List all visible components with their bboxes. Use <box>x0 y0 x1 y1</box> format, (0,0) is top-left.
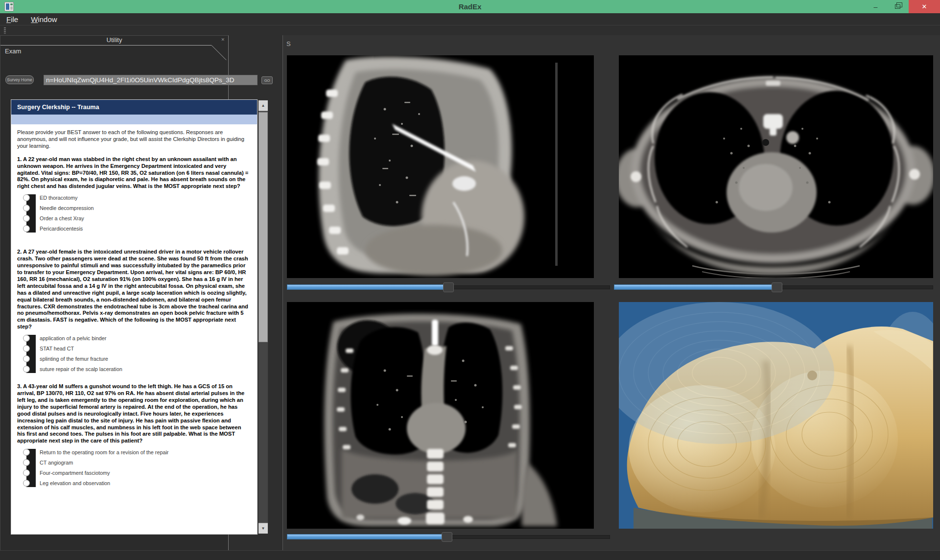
menu-file[interactable]: File <box>6 15 18 23</box>
survey-subheader-bar <box>11 115 257 124</box>
image-viewer-panel: S <box>282 35 940 550</box>
toolbar <box>0 26 940 35</box>
option-row[interactable]: STAT head CT <box>17 344 249 354</box>
axial-ct-image <box>619 55 933 278</box>
slider-fill <box>614 284 777 290</box>
utility-close-icon[interactable]: ✕ <box>221 38 225 42</box>
question-3-options: Return to the operating room for a revis… <box>17 447 249 489</box>
scroll-up-button[interactable]: ▲ <box>258 100 268 111</box>
option-row[interactable]: ED thoracotomy <box>17 193 249 203</box>
radio-button[interactable] <box>23 215 30 222</box>
radio-button[interactable] <box>23 225 30 232</box>
option-row[interactable]: application of a pelvic binder <box>17 333 249 344</box>
viewport-coronal-ct[interactable] <box>287 302 594 529</box>
close-button[interactable]: ✕ <box>909 0 940 13</box>
option-row[interactable]: Four-compartment fasciotomy <box>17 468 249 478</box>
option-row[interactable]: Pericardiocentesis <box>17 224 249 234</box>
radio-button[interactable] <box>23 469 30 476</box>
go-button[interactable]: GO <box>261 76 273 84</box>
option-row[interactable]: Order a chest Xray <box>17 213 249 224</box>
utility-panel: Utility ✕ Exam Survey Home GO Surgery Cl… <box>0 35 229 550</box>
question-2-options: application of a pelvic binder STAT head… <box>17 333 249 374</box>
slice-slider-axial[interactable] <box>614 282 933 292</box>
viewport-sagittal-ct[interactable] <box>287 55 594 278</box>
option-row[interactable]: Needle decompression <box>17 203 249 213</box>
volume-rendering-image <box>619 302 933 529</box>
minimize-button[interactable]: – <box>865 0 887 13</box>
survey-title: Surgery Clerkship -- Trauma <box>11 100 257 115</box>
titlebar: RadEx – ✕ <box>0 0 940 13</box>
radio-button[interactable] <box>23 194 30 201</box>
viewport-axial-ct[interactable] <box>619 55 933 278</box>
toolbar-grip-handle[interactable] <box>4 27 6 34</box>
minimize-icon: – <box>874 3 878 11</box>
slider-handle[interactable] <box>443 282 454 292</box>
option-row[interactable]: Return to the operating room for a revis… <box>17 447 249 458</box>
survey-home-button[interactable]: Survey Home <box>5 75 34 84</box>
tab-exam[interactable]: Exam <box>5 47 21 55</box>
question-2: 2. A 27 year-old female is the intoxicat… <box>17 249 249 330</box>
radio-button[interactable] <box>23 459 30 466</box>
slider-fill <box>287 534 447 539</box>
scrollbar-thumb[interactable] <box>258 112 268 342</box>
option-row[interactable]: splinting of the femur fracture <box>17 354 249 364</box>
coronal-ct-image <box>287 302 594 529</box>
question-1: 1. A 22 year-old man was stabbed in the … <box>17 156 249 190</box>
window-title: RadEx <box>0 0 940 13</box>
radio-button[interactable] <box>23 366 30 373</box>
radio-button[interactable] <box>23 345 30 352</box>
radio-button[interactable] <box>23 335 30 342</box>
survey-frame[interactable]: Surgery Clerkship -- Trauma Please provi… <box>11 100 257 534</box>
question-1-options: ED thoracotomy Needle decompression Orde… <box>17 193 249 234</box>
survey-url-input[interactable] <box>44 75 258 85</box>
app-window: RadEx – ✕ File Window Utility ✕ Exam Sur… <box>0 0 940 560</box>
survey-body: Please provide your BEST answer to each … <box>11 124 257 489</box>
slider-handle[interactable] <box>772 282 782 292</box>
scroll-down-button[interactable]: ▼ <box>258 523 268 534</box>
question-3: 3. A 43-year old M suffers a gunshot wou… <box>17 383 249 444</box>
statusbar <box>0 550 940 560</box>
viewport-3d-volume[interactable] <box>619 302 933 529</box>
radio-button[interactable] <box>23 449 30 456</box>
slice-slider-sagittal[interactable] <box>287 282 610 292</box>
option-row[interactable]: suture repair of the scalp laceration <box>17 364 249 374</box>
slider-handle[interactable] <box>442 532 452 542</box>
series-label: S <box>286 40 291 47</box>
restore-button[interactable] <box>887 0 909 13</box>
restore-icon <box>895 4 900 9</box>
utility-panel-title: Utility <box>0 36 228 45</box>
radio-button[interactable] <box>23 355 30 362</box>
arrow-up-icon: ▲ <box>261 103 265 108</box>
radio-button[interactable] <box>23 205 30 211</box>
slider-fill <box>287 284 448 290</box>
radio-button[interactable] <box>23 480 30 487</box>
close-icon: ✕ <box>922 3 927 10</box>
menubar: File Window <box>0 13 940 25</box>
sagittal-ct-image <box>287 55 594 278</box>
survey-intro: Please provide your BEST answer to each … <box>17 129 249 150</box>
menu-window[interactable]: Window <box>31 15 57 23</box>
slice-slider-coronal[interactable] <box>287 532 610 542</box>
survey-scrollbar[interactable]: ▲ ▼ <box>258 100 268 534</box>
option-row[interactable]: Leg elevation and observation <box>17 478 249 489</box>
option-row[interactable]: CT angiogram <box>17 458 249 468</box>
arrow-down-icon: ▼ <box>261 526 265 531</box>
